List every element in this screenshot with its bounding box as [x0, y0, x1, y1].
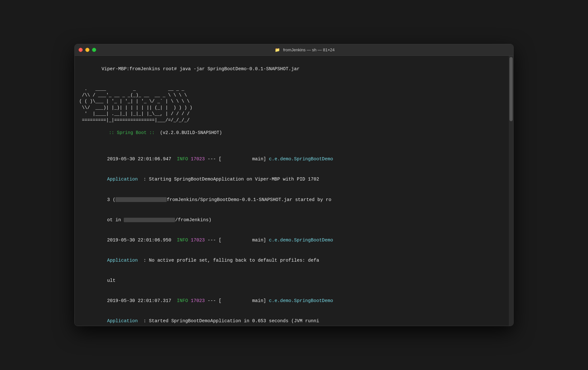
log-entry-2-line2: Application : No active profile set, fal…: [79, 250, 504, 271]
blank-line-2: [79, 142, 504, 149]
prompt-text: Viper-MBP:fromJenkins root#: [102, 66, 180, 71]
msg-1e: /fromJenkins): [175, 217, 211, 223]
sep-3: --- [: [205, 298, 252, 303]
timestamp-3: 2019-05-30 22:01:07.317: [107, 298, 177, 303]
command-text: java -jar SpringBootDemo-0.0.1-SNAPSHOT.…: [180, 66, 299, 71]
level-2: INFO: [177, 238, 191, 243]
banner-line-2: /\\ / ___'_ __ _ _(_)_ __ __ _ \ \ \ \: [79, 92, 504, 99]
spring-version: (v2.2.0.BUILD-SNAPSHOT): [157, 130, 222, 135]
spring-version-line: :: Spring Boot :: (v2.2.0.BUILD-SNAPSHOT…: [79, 124, 504, 143]
log-entry-1-line3: 3 ( fromJenkins/SpringBootDemo-0.0.1-SNA…: [79, 190, 504, 210]
log-entry-1-line2: Application : Starting SpringBootDemoApp…: [79, 169, 504, 189]
traffic-lights: [79, 48, 96, 52]
terminal-content: Viper-MBP:fromJenkins root# java -jar Sp…: [79, 59, 509, 326]
pid-2: 17023: [191, 238, 205, 243]
log-entry-2-line1: 2019-05-30 22:01:06.950 INFO 17023 --- […: [79, 230, 504, 250]
log-entry-1-line4: ot in /fromJenkins): [79, 210, 504, 230]
window-title: 📁 fromJenkins — sh — 81×24: [100, 47, 509, 52]
blank-line-1: [79, 79, 504, 86]
sep-1: --- [: [205, 156, 252, 162]
terminal-body[interactable]: Viper-MBP:fromJenkins root# java -jar Sp…: [75, 56, 513, 326]
thread-1: main]: [252, 156, 269, 162]
logger-2b: Application: [107, 258, 138, 263]
banner-line-5: ' |____| .__|_| |_|_| |_\__, | / / / /: [79, 111, 504, 117]
scrollbar-track[interactable]: [509, 56, 513, 326]
banner-line-6: =========|_|===============|___/=/_/_/_/: [79, 117, 504, 124]
command-line: Viper-MBP:fromJenkins root# java -jar Sp…: [79, 59, 504, 79]
spring-label: :: Spring Boot ::: [106, 130, 157, 135]
msg-3a: : Started SpringBootDemoApplication in 0…: [138, 318, 319, 324]
log-entry-2-line3: ult: [79, 271, 504, 291]
blurred-path-1: [115, 197, 167, 202]
log-entry-3: 2019-05-30 22:01:07.317 INFO 17023 --- […: [79, 291, 504, 326]
log-entry-3-line1: 2019-05-30 22:01:07.317 INFO 17023 --- […: [79, 291, 504, 311]
blurred-path-2: [124, 218, 175, 223]
scrollbar-thumb[interactable]: [509, 57, 513, 121]
msg-1a: : Starting SpringBootDemoApplication on …: [138, 177, 319, 182]
title-bar: 📁 fromJenkins — sh — 81×24: [75, 44, 513, 56]
logger-3: c.e.demo.SpringBootDemo: [269, 298, 333, 303]
pid-3: 17023: [191, 298, 205, 303]
thread-2: main]: [252, 238, 269, 243]
level-1: INFO: [177, 156, 191, 162]
banner-line-3: ( ( )\___ | '_ | '_| | '_ \/ _` | \ \ \ …: [79, 98, 504, 105]
log-entry-1-line1: 2019-05-30 22:01:06.947 INFO 17023 --- […: [79, 149, 504, 169]
msg-1b: 3 (: [107, 197, 115, 202]
timestamp-1: 2019-05-30 22:01:06.947: [107, 156, 177, 162]
banner-line-4: \\/ ___)| |_)| | | | | || (_| | ) ) ) ): [79, 105, 504, 111]
terminal-window: 📁 fromJenkins — sh — 81×24 Viper-MBP:fro…: [74, 44, 514, 326]
logger-3b: Application: [107, 318, 138, 324]
msg-2b: ult: [107, 278, 115, 283]
logger-1b: Application: [107, 177, 138, 182]
logger-2: c.e.demo.SpringBootDemo: [269, 238, 333, 243]
timestamp-2: 2019-05-30 22:01:06.950: [107, 238, 177, 243]
msg-1d: ot in: [107, 217, 124, 223]
close-button[interactable]: [79, 48, 83, 52]
log-entry-1: 2019-05-30 22:01:06.947 INFO 17023 --- […: [79, 149, 504, 230]
minimize-button[interactable]: [85, 48, 89, 52]
logger-1: c.e.demo.SpringBootDemo: [269, 156, 333, 162]
log-entry-3-line2: Application : Started SpringBootDemoAppl…: [79, 311, 504, 326]
folder-icon: 📁: [275, 47, 280, 52]
maximize-button[interactable]: [92, 48, 96, 52]
sep-2: --- [: [205, 238, 252, 243]
level-3: INFO: [177, 298, 191, 303]
msg-2a: : No active profile set, falling back to…: [138, 258, 319, 263]
thread-3: main]: [252, 298, 269, 303]
log-entry-2: 2019-05-30 22:01:06.950 INFO 17023 --- […: [79, 230, 504, 291]
pid-1: 17023: [191, 156, 205, 162]
msg-1c: fromJenkins/SpringBootDemo-0.0.1-SNAPSHO…: [167, 197, 331, 202]
banner-line-1: . ____ _ __ _ _: [79, 86, 504, 92]
spring-banner: . ____ _ __ _ _ /\\ / ___'_ __ _ _(_)_ _…: [79, 86, 504, 142]
